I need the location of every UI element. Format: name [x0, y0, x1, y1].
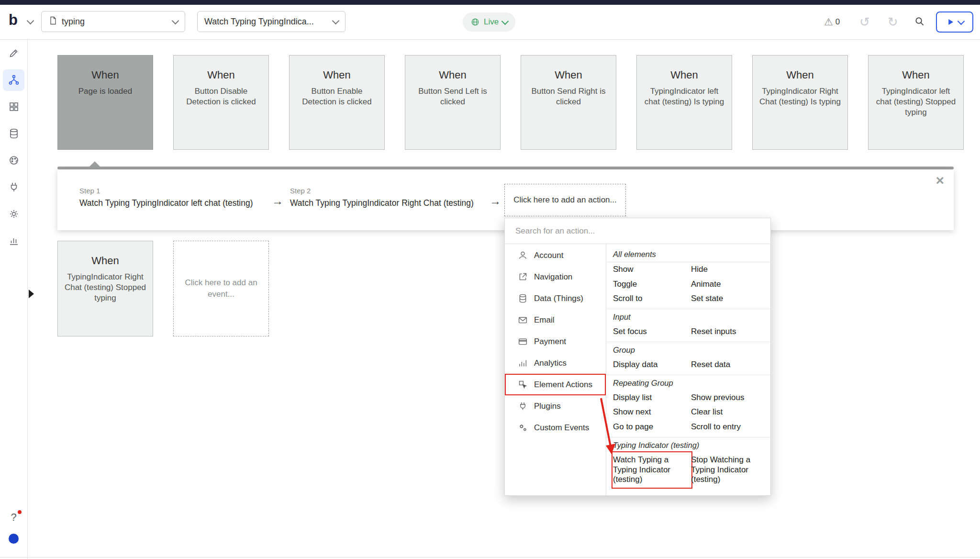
section-header: Group — [606, 342, 770, 358]
action-item[interactable]: Hide — [691, 262, 770, 277]
sidebar-item-logs[interactable] — [0, 227, 27, 254]
action-search-input[interactable] — [505, 226, 770, 236]
event-card-subtitle: Button Send Left is clicked — [405, 86, 500, 107]
gear-icon — [8, 208, 20, 220]
search-icon — [914, 16, 925, 29]
workflow-step[interactable]: Step 1Watch Typing TypingIndicator left … — [79, 187, 253, 208]
undo-icon: ↺ — [859, 15, 870, 30]
help-button[interactable]: ? — [0, 511, 27, 524]
email-icon — [518, 315, 528, 325]
close-icon[interactable]: × — [935, 173, 944, 188]
event-card-title: When — [753, 69, 847, 81]
event-card[interactable]: When TypingIndicator Right Chat (testing… — [57, 241, 153, 336]
live-version-badge[interactable]: Live — [463, 12, 515, 32]
action-item[interactable]: Display data — [613, 358, 691, 372]
event-card[interactable]: WhenButton Send Left is clicked — [405, 55, 501, 150]
section-header: All elements — [606, 246, 770, 262]
action-item[interactable]: Scroll to — [613, 291, 691, 306]
navigation-icon — [518, 272, 528, 282]
sidebar-item-edit[interactable] — [0, 40, 27, 67]
workflow-dropdown-value: Watch Typing TypingIndica... — [204, 17, 328, 27]
section-header: Repeating Group — [606, 375, 770, 391]
add-action-button[interactable]: Click here to add an action... — [504, 184, 626, 216]
event-card[interactable]: WhenTypingIndicator left chat (testing) … — [868, 55, 964, 150]
action-item[interactable]: Toggle — [613, 277, 691, 292]
panel-collapse-handle[interactable] — [29, 290, 34, 298]
action-item[interactable]: Go to page — [613, 420, 691, 435]
styles-icon — [8, 155, 20, 166]
sidebar-item-workflow[interactable] — [0, 67, 27, 93]
action-category-payment[interactable]: Payment — [505, 331, 606, 352]
action-category-navigation[interactable]: Navigation — [505, 266, 606, 288]
avatar[interactable] — [9, 534, 19, 544]
event-card[interactable]: WhenTypingIndicator Right Chat (testing)… — [752, 55, 848, 150]
element-actions-icon — [518, 380, 528, 390]
category-label: Navigation — [534, 272, 572, 282]
page-dropdown[interactable]: typing — [41, 11, 185, 32]
event-card[interactable]: WhenPage is loaded — [57, 55, 153, 150]
chart-icon — [8, 235, 20, 246]
undo-button[interactable]: ↺ — [859, 5, 870, 39]
analytics-icon — [518, 358, 528, 368]
action-search-row — [505, 218, 770, 244]
action-item[interactable]: Set state — [691, 291, 770, 306]
action-row: Watch Typing a Typing Indicator (testing… — [606, 453, 770, 487]
action-item[interactable]: Animate — [691, 277, 770, 292]
action-item[interactable]: Show next — [613, 405, 691, 420]
category-label: Element Actions — [534, 380, 592, 390]
action-item[interactable]: Clear list — [691, 405, 770, 420]
action-item[interactable]: Display list — [613, 391, 691, 405]
action-item[interactable]: Show previous — [691, 391, 770, 405]
action-item[interactable]: Reset data — [691, 358, 770, 372]
action-section: InputSet focusReset inputs — [606, 309, 770, 342]
event-card[interactable]: WhenButton Disable Detection is clicked — [173, 55, 269, 150]
sidebar-item-design[interactable] — [0, 93, 27, 120]
action-item[interactable]: Set focus — [613, 324, 691, 339]
category-label: Plugins — [534, 402, 561, 411]
event-card[interactable]: WhenTypingIndicator left chat (testing) … — [636, 55, 732, 150]
action-item[interactable]: Scroll to entry — [691, 420, 770, 435]
add-event-button[interactable]: Click here to add an event... — [173, 241, 269, 336]
workflow-step[interactable]: Step 2Watch Typing TypingIndicator Right… — [290, 187, 474, 208]
event-card-title: When — [58, 255, 153, 267]
event-card-title: When — [58, 69, 153, 81]
event-card[interactable]: WhenButton Enable Detection is clicked — [289, 55, 385, 150]
event-card-subtitle: Page is loaded — [58, 86, 153, 97]
action-category-analytics[interactable]: Analytics — [505, 352, 606, 374]
plug-icon — [8, 181, 20, 193]
left-sidebar: ? — [0, 40, 28, 559]
chevron-down-icon — [957, 17, 965, 25]
action-section: All elementsShowHideToggleAnimateScroll … — [606, 246, 770, 309]
action-item[interactable]: Watch Typing a Typing Indicator (testing… — [613, 453, 691, 487]
live-label: Live — [484, 17, 499, 27]
action-section: Repeating GroupDisplay listShow previous… — [606, 375, 770, 437]
action-row: Show nextClear list — [606, 405, 770, 420]
issues-indicator[interactable]: ⚠ 0 — [824, 5, 840, 39]
action-category-custom-events[interactable]: Custom Events — [505, 417, 606, 438]
event-card-subtitle: TypingIndicator Right Chat (testing) Is … — [753, 86, 847, 107]
event-cards-row: WhenPage is loadedWhenButton Disable Det… — [57, 55, 964, 150]
action-item[interactable]: Reset inputs — [691, 324, 770, 339]
event-card[interactable]: WhenButton Send Right is clicked — [521, 55, 616, 150]
sidebar-item-styles[interactable] — [0, 147, 27, 174]
redo-button[interactable]: ↻ — [888, 5, 898, 39]
payment-icon — [518, 336, 528, 347]
sidebar-item-plugins[interactable] — [0, 174, 27, 201]
window-top-strip — [0, 0, 980, 5]
bubble-logo[interactable]: b — [9, 11, 18, 29]
action-category-account[interactable]: Account — [505, 245, 606, 266]
action-category-data-things[interactable]: Data (Things) — [505, 288, 606, 309]
action-section: GroupDisplay dataReset data — [606, 342, 770, 375]
action-category-email[interactable]: Email — [505, 309, 606, 331]
action-category-element-actions[interactable]: Element Actions — [505, 374, 606, 395]
sidebar-item-settings[interactable] — [0, 201, 27, 227]
chevron-down-icon — [27, 17, 34, 25]
sidebar-item-data[interactable] — [0, 120, 27, 147]
workflow-dropdown[interactable]: Watch Typing TypingIndica... — [197, 11, 345, 32]
plugins-icon — [518, 401, 528, 411]
action-category-plugins[interactable]: Plugins — [505, 395, 606, 417]
action-item[interactable]: Stop Watching a Typing Indicator (testin… — [691, 453, 770, 487]
action-item[interactable]: Show — [613, 262, 691, 277]
search-button[interactable] — [914, 5, 925, 39]
preview-run-button[interactable] — [936, 11, 973, 33]
